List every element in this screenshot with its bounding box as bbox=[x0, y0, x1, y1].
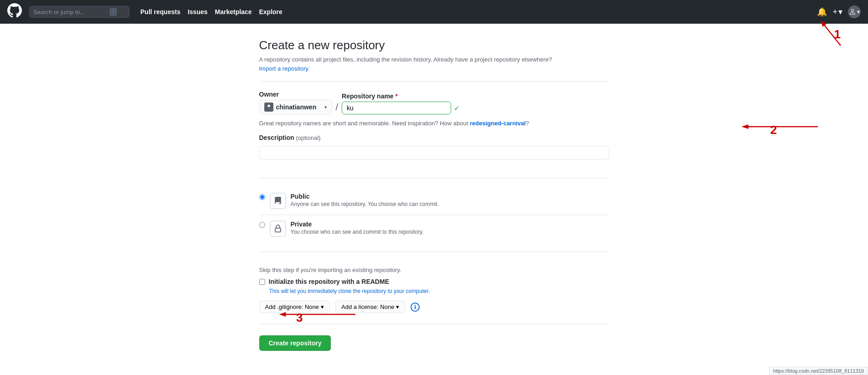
main-content: Create a new repository A repository con… bbox=[252, 24, 616, 375]
license-label: Add a license: None bbox=[341, 303, 394, 310]
visibility-section: Public Anyone can see this repository. Y… bbox=[259, 187, 609, 242]
annotation-2-arrow bbox=[731, 118, 822, 136]
description-group: Description (optional) bbox=[259, 134, 609, 169]
required-indicator: * bbox=[395, 92, 398, 100]
init-note: Skip this step if you're importing an ex… bbox=[259, 267, 609, 273]
private-radio[interactable] bbox=[259, 222, 265, 228]
nav-pull-requests[interactable]: Pull requests bbox=[140, 8, 180, 15]
new-item-button[interactable]: + ▾ bbox=[832, 7, 842, 17]
owner-group: Owner chinatianwen ▾ bbox=[259, 91, 332, 114]
license-dropdown[interactable]: Add a license: None ▾ bbox=[335, 301, 405, 313]
gitignore-label: Add .gitignore: None bbox=[265, 303, 319, 310]
private-title: Private bbox=[291, 221, 424, 228]
owner-avatar-icon bbox=[264, 103, 273, 112]
middle-divider bbox=[259, 178, 609, 178]
annotation-2-number: 2 bbox=[770, 123, 777, 137]
plus-label: + bbox=[832, 7, 837, 17]
create-repository-button[interactable]: Create repository bbox=[259, 335, 331, 351]
navbar-right: 🔔 + ▾ ▾ bbox=[817, 5, 861, 18]
search-bar[interactable]: / bbox=[29, 6, 129, 18]
owner-label: Owner bbox=[259, 91, 332, 98]
description-input[interactable] bbox=[259, 146, 609, 159]
search-input[interactable] bbox=[33, 9, 106, 15]
init-section: Skip this step if you're importing an ex… bbox=[259, 261, 609, 313]
navbar-nav: Pull requests Issues Marketplace Explore bbox=[140, 8, 282, 15]
github-logo-icon[interactable] bbox=[7, 3, 22, 21]
page-subtitle: A repository contains all project files,… bbox=[259, 56, 609, 63]
public-title: Public bbox=[291, 193, 439, 200]
description-label: Description (optional) bbox=[259, 134, 609, 141]
owner-name: chinatianwen bbox=[276, 103, 317, 111]
license-caret-icon: ▾ bbox=[396, 303, 399, 310]
suggestion-name-link[interactable]: redesigned-carnival bbox=[470, 120, 526, 127]
bottom-divider bbox=[259, 324, 609, 324]
repo-name-label: Repository name * bbox=[342, 92, 460, 100]
public-desc: Anyone can see this repository. You choo… bbox=[291, 201, 439, 207]
user-avatar[interactable]: ▾ bbox=[848, 5, 861, 18]
public-icon bbox=[270, 193, 286, 209]
init-readme-label: Initialize this repository with a README bbox=[269, 278, 389, 285]
init-readme-checkbox[interactable] bbox=[259, 279, 265, 285]
import-link[interactable]: Import a repository. bbox=[259, 65, 310, 72]
annotation-1-number: 1 bbox=[834, 27, 841, 41]
info-icon[interactable]: ℹ bbox=[411, 303, 420, 312]
init-readme-desc: This will let you immediately clone the … bbox=[269, 288, 609, 294]
navbar: / Pull requests Issues Marketplace Explo… bbox=[0, 0, 868, 24]
gitignore-caret-icon: ▾ bbox=[321, 303, 324, 310]
init-checkbox-row: Initialize this repository with a README bbox=[259, 278, 609, 285]
plus-caret-icon: ▾ bbox=[838, 7, 842, 17]
private-icon bbox=[270, 221, 286, 237]
svg-line-1 bbox=[822, 23, 841, 46]
url-bar: https://blog.csdn.net/22395108_8111319 bbox=[769, 367, 868, 375]
repo-name-group: Repository name * ✓ bbox=[342, 92, 460, 114]
nav-marketplace[interactable]: Marketplace bbox=[215, 8, 252, 15]
nav-explore[interactable]: Explore bbox=[259, 8, 282, 15]
gitignore-dropdown[interactable]: Add .gitignore: None ▾ bbox=[259, 301, 330, 313]
public-content: Public Anyone can see this repository. Y… bbox=[291, 193, 439, 207]
nav-issues[interactable]: Issues bbox=[188, 8, 208, 15]
top-divider bbox=[259, 81, 609, 82]
search-kbd-hint: / bbox=[110, 8, 117, 15]
owner-caret-icon: ▾ bbox=[324, 104, 327, 110]
repo-name-input[interactable] bbox=[342, 102, 451, 114]
private-content: Private You choose who can see and commi… bbox=[291, 221, 424, 235]
dropdowns-row: Add .gitignore: None ▾ Add a license: No… bbox=[259, 301, 609, 313]
slash-separator: / bbox=[336, 102, 339, 114]
public-radio[interactable] bbox=[259, 194, 265, 200]
owner-select[interactable]: chinatianwen ▾ bbox=[259, 100, 332, 114]
private-option: Private You choose who can see and commi… bbox=[259, 215, 609, 242]
notifications-icon[interactable]: 🔔 bbox=[817, 7, 827, 17]
private-desc: You choose who can see and commit to thi… bbox=[291, 229, 424, 235]
page-title: Create a new repository bbox=[259, 38, 609, 52]
public-option: Public Anyone can see this repository. Y… bbox=[259, 187, 609, 215]
visibility-divider bbox=[259, 252, 609, 252]
owner-repo-row: Owner chinatianwen ▾ / Repository name *… bbox=[259, 91, 609, 114]
validation-check-icon: ✓ bbox=[454, 104, 460, 113]
suggestion-text: Great repository names are short and mem… bbox=[259, 120, 609, 127]
